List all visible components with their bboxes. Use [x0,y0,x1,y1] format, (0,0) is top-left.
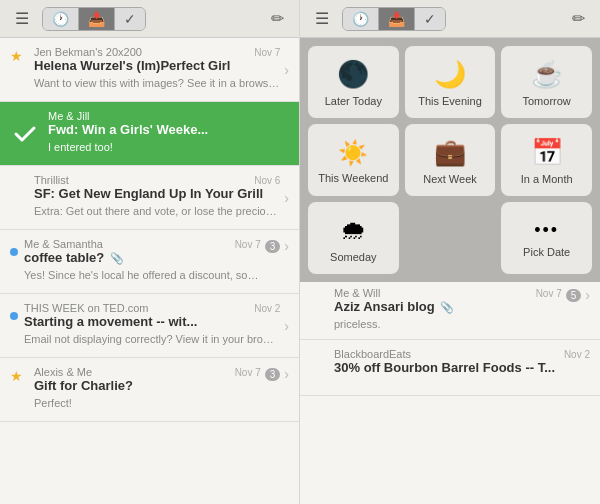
preview-2: I entered too! [48,140,289,154]
sender-1: Jen Bekman's 20x200 [34,46,142,58]
right-toolbar-left: ☰ 🕐 📥 ✓ [310,6,450,31]
preview-1: Want to view this with images? See it in… [34,76,280,90]
right-email-content-2: BlackboardEats Nov 2 30% off Bourbon Bar… [334,348,590,376]
pick-date-label: Pick Date [523,246,570,258]
left-toolbar-left: ☰ 🕐 📥 ✓ [10,6,150,31]
pick-date-icon: ••• [534,220,559,241]
right-star-icon-2: ★ [310,350,323,366]
email-header-4: Me & Samantha Nov 7 [24,238,261,250]
snooze-this-weekend[interactable]: ☀️ This Weekend [308,124,399,196]
left-compose-button[interactable]: ✏ [266,6,289,31]
someday-label: Someday [330,251,376,263]
right-email-item-1[interactable]: ★ Me & Will Nov 7 Aziz Ansari blog 📎 pri… [300,279,600,340]
in-a-month-label: In a Month [521,173,573,185]
right-compose-button[interactable]: ✏ [567,6,590,31]
left-email-item-5[interactable]: THIS WEEK on TED.com Nov 2 Starting a mo… [0,294,299,358]
right-subject-1: Aziz Ansari blog 📎 [334,299,562,315]
in-a-month-icon: 📅 [531,137,563,168]
left-email-list: ★ Jen Bekman's 20x200 Nov 7 Helena Wurze… [0,38,299,504]
subject-6: Gift for Charlie? [34,378,261,394]
left-email-item-2[interactable]: Me & Jill Fwd: Win a Girls' Weeke... I e… [0,102,299,166]
snooze-this-evening[interactable]: 🌙 This Evening [405,46,496,118]
preview-6: Perfect! [34,396,261,410]
chevron-4: › [284,238,289,254]
left-panel: ☰ 🕐 📥 ✓ ✏ ★ Jen Bekman's 20x200 Nov 7 He… [0,0,300,504]
attachment-icon-4: 📎 [110,252,124,264]
right-tab-group: 🕐 📥 ✓ [342,7,446,31]
right-chevron-1: › [585,287,590,303]
star-icon-3: ★ [10,176,23,192]
chevron-1: › [284,62,289,78]
right-sender-1: Me & Will [334,287,380,299]
right-menu-button[interactable]: ☰ [310,6,334,31]
right-email-list: ★ Me & Will Nov 7 Aziz Ansari blog 📎 pri… [300,279,600,504]
star-6[interactable]: ★ [10,368,28,384]
right-star-2[interactable]: ★ [310,350,328,366]
date-1: Nov 7 [254,47,280,58]
left-tab-group: 🕐 📥 ✓ [42,7,146,31]
snooze-tomorrow[interactable]: ☕ Tomorrow [501,46,592,118]
left-toolbar: ☰ 🕐 📥 ✓ ✏ [0,0,299,38]
dot-4 [10,248,20,256]
snooze-overlay: 🌑 Later Today 🌙 This Evening ☕ Tomorrow … [300,38,600,282]
dot-5 [10,312,20,320]
sender-4: Me & Samantha [24,238,103,250]
right-tab-clock[interactable]: 🕐 [343,8,379,30]
sender-5: THIS WEEK on TED.com [24,302,149,314]
star-3[interactable]: ★ [10,176,28,192]
date-5: Nov 2 [254,303,280,314]
later-today-label: Later Today [325,95,382,107]
right-email-header-2: BlackboardEats Nov 2 [334,348,590,360]
snooze-in-a-month[interactable]: 📅 In a Month [501,124,592,196]
left-tab-clock[interactable]: 🕐 [43,8,79,30]
right-star-1[interactable]: ★ [310,289,328,305]
snooze-next-week[interactable]: 💼 Next Week [405,124,496,196]
badge-4: 3 [265,240,281,253]
right-attachment-icon-1: 📎 [440,301,454,313]
someday-icon: 🌧 [340,215,366,246]
right-star-icon-1: ★ [310,289,323,305]
next-week-icon: 💼 [434,137,466,168]
right-subject-2: 30% off Bourbon Barrel Foods -- T... [334,360,590,376]
left-email-item-3[interactable]: ★ Thrillist Nov 6 SF: Get New England Up… [0,166,299,230]
subject-2: Fwd: Win a Girls' Weeke... [48,122,289,138]
right-tab-check[interactable]: ✓ [415,8,445,30]
star-icon-1: ★ [10,48,23,64]
email-content-5: THIS WEEK on TED.com Nov 2 Starting a mo… [24,302,280,346]
left-email-item-6[interactable]: ★ Alexis & Me Nov 7 Gift for Charlie? Pe… [0,358,299,422]
left-tab-check[interactable]: ✓ [115,8,145,30]
left-tab-inbox[interactable]: 📥 [79,8,115,30]
snooze-someday[interactable]: 🌧 Someday [308,202,399,274]
sender-3: Thrillist [34,174,69,186]
right-date-1: Nov 7 [536,288,562,299]
preview-5: Email not displaying correctly? View it … [24,332,280,346]
tomorrow-label: Tomorrow [523,95,571,107]
right-email-right-1: 5 › [562,287,590,303]
sender-6: Alexis & Me [34,366,92,378]
snooze-later-today[interactable]: 🌑 Later Today [308,46,399,118]
left-email-item-4[interactable]: Me & Samantha Nov 7 coffee table? 📎 Yes!… [0,230,299,294]
check-icon-2 [10,119,40,149]
this-weekend-icon: ☀️ [338,139,368,167]
preview-4: Yes! Since he's local he offered a disco… [24,268,261,282]
email-content-1: Jen Bekman's 20x200 Nov 7 Helena Wurzel'… [34,46,280,90]
preview-3: Extra: Get out there and vote, or lose t… [34,204,280,218]
email-header-5: THIS WEEK on TED.com Nov 2 [24,302,280,314]
subject-3: SF: Get New England Up In Your Grill [34,186,280,202]
right-email-item-2[interactable]: ★ BlackboardEats Nov 2 30% off Bourbon B… [300,340,600,396]
left-email-item-1[interactable]: ★ Jen Bekman's 20x200 Nov 7 Helena Wurze… [0,38,299,102]
right-date-2: Nov 2 [564,349,590,360]
right-panel: ☰ 🕐 📥 ✓ ✏ If you are unable to see this … [300,0,600,504]
star-1[interactable]: ★ [10,48,28,64]
left-menu-button[interactable]: ☰ [10,6,34,31]
snooze-pick-date[interactable]: ••• Pick Date [501,202,592,274]
subject-1: Helena Wurzel's (Im)Perfect Girl [34,58,280,74]
subject-4: coffee table? 📎 [24,250,261,266]
right-email-content-1: Me & Will Nov 7 Aziz Ansari blog 📎 price… [334,287,562,331]
right-preview-1: priceless. [334,317,562,331]
date-6: Nov 7 [235,367,261,378]
right-tab-inbox[interactable]: 📥 [379,8,415,30]
this-evening-label: This Evening [418,95,482,107]
sender-2: Me & Jill [48,110,90,122]
email-header-1: Jen Bekman's 20x200 Nov 7 [34,46,280,58]
